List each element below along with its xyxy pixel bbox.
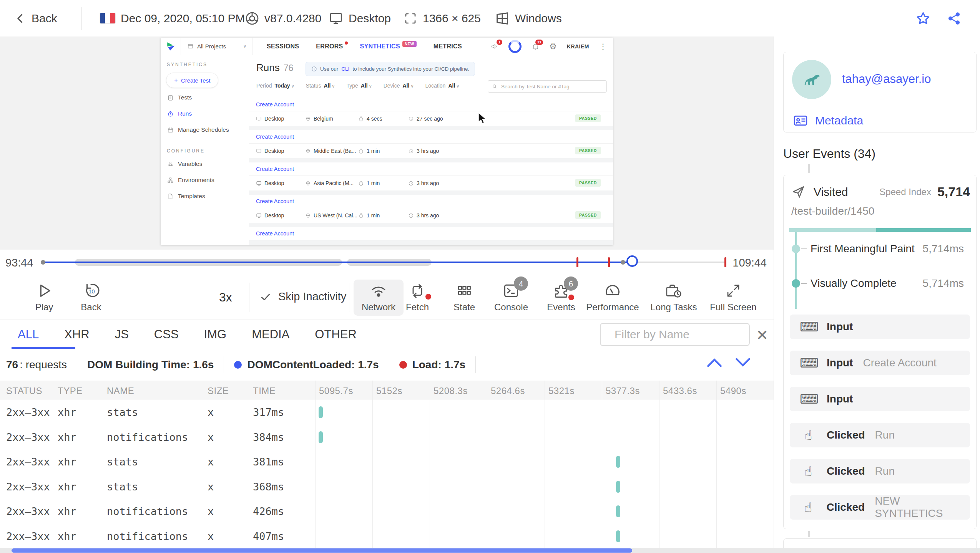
tab-all[interactable]: ALL <box>18 328 39 341</box>
windows-icon <box>495 11 510 26</box>
visited-url[interactable]: /test-builder/1450 <box>791 205 874 217</box>
scrollbar-thumb[interactable] <box>12 548 632 553</box>
announcements-button[interactable]: 1 <box>491 43 498 50</box>
event-item-input[interactable]: ⌨ Input <box>790 387 970 411</box>
fetch-panel-button[interactable]: Fetch <box>393 280 442 316</box>
request-row[interactable]: 2xx–3xx xhr notifications x 426ms <box>0 499 774 524</box>
request-row[interactable]: 2xx–3xx xhr stats x 368ms <box>0 474 774 499</box>
run-row[interactable]: Desktop US West (N. Cal... 1 min 3 hrs a… <box>249 208 613 223</box>
run-name-link[interactable]: Create Account <box>249 130 613 144</box>
performance-panel-button[interactable]: Performance <box>582 280 643 316</box>
user-menu[interactable]: KRAIEM <box>567 43 589 50</box>
stopwatch-icon <box>358 180 364 186</box>
long-tasks-panel-button[interactable]: Long Tasks <box>645 280 703 316</box>
replay-stage: All Projects ∨ SESSIONS ERRORS SYNTHETIC… <box>0 36 774 250</box>
test-search-box <box>488 80 607 93</box>
cli-link[interactable]: CLI <box>341 66 349 72</box>
total-time: 109:44 <box>733 257 767 269</box>
dom-content-loaded-stat: DOMContentLoaded: 1.7s <box>224 356 389 373</box>
sidebar-item-environments[interactable]: Environments <box>161 172 248 188</box>
state-grid-icon <box>456 283 472 299</box>
tab-errors[interactable]: ERRORS <box>316 43 343 50</box>
run-row[interactable]: Desktop Asia Pacific (M... 1 min 3 hrs a… <box>249 176 613 190</box>
events-panel-button[interactable]: 6 Events <box>537 280 586 316</box>
tab-xhr[interactable]: XHR <box>64 328 89 341</box>
close-panel-button[interactable]: ✕ <box>756 327 768 344</box>
jump-previous-button[interactable] <box>706 358 723 368</box>
sidebar-item-variables[interactable]: Variables <box>161 156 248 172</box>
tab-metrics[interactable]: METRICS <box>434 43 462 50</box>
create-test-button[interactable]: +Create Test <box>166 73 218 88</box>
filter-device[interactable]: DeviceAll∨ <box>384 83 414 89</box>
france-flag-icon <box>100 13 115 23</box>
run-row[interactable]: Desktop Middle East (Ba... 1 min 3 hrs a… <box>249 144 613 158</box>
play-button[interactable]: Play <box>17 280 71 316</box>
event-item-click[interactable]: ☝ Clicked Run <box>790 459 970 483</box>
state-panel-button[interactable]: State <box>441 280 487 316</box>
id-card-icon <box>793 113 808 128</box>
run-row[interactable]: Desktop Belgium 4 secs 27 sec ago PASSED <box>249 111 613 126</box>
event-marker-dot <box>621 260 625 265</box>
sidebar-item-tests[interactable]: Tests <box>161 89 248 106</box>
run-group: Create Account Desktop Asia Pacific (M..… <box>249 162 613 190</box>
jump-next-button[interactable] <box>734 358 751 368</box>
tab-img[interactable]: IMG <box>204 328 227 341</box>
filter-status[interactable]: StatusAll∨ <box>306 83 335 89</box>
run-name-link[interactable]: Create Account <box>249 98 613 111</box>
back-button[interactable]: Back <box>15 0 57 36</box>
event-item-click[interactable]: ☝ Clicked NEW SYNTHETICS <box>790 495 970 520</box>
filter-location[interactable]: LocationAll∨ <box>425 83 459 89</box>
tracker-logo-icon <box>166 41 176 51</box>
tab-css[interactable]: CSS <box>154 328 179 341</box>
star-icon <box>915 11 931 26</box>
event-item-input[interactable]: ⌨ Input <box>790 315 970 339</box>
sidebar-item-runs[interactable]: Runs <box>161 106 248 122</box>
favorite-button[interactable] <box>915 0 931 36</box>
test-search-input[interactable] <box>500 83 603 90</box>
tab-media[interactable]: MEDIA <box>252 328 289 341</box>
tab-js[interactable]: JS <box>115 328 129 341</box>
skip-inactivity-toggle[interactable]: Skip Inactivity <box>260 290 346 303</box>
settings-button[interactable]: ⚙ <box>549 41 557 51</box>
notifications-button[interactable]: 33 <box>532 43 539 50</box>
stopwatch-icon <box>358 213 364 219</box>
location-pin-icon <box>305 116 311 122</box>
back-10-seconds-button[interactable]: 10 Back <box>64 280 118 316</box>
tab-sessions[interactable]: SESSIONS <box>267 43 299 50</box>
event-item-input[interactable]: ⌨ Input Create Account <box>790 351 970 375</box>
console-panel-button[interactable]: 4 Console <box>485 280 537 316</box>
run-name-link[interactable]: Create Account <box>249 162 613 176</box>
timeline-track[interactable] <box>42 262 726 263</box>
tab-other[interactable]: OTHER <box>315 328 357 341</box>
sidebar-item-manage-schedules[interactable]: Manage Schedules <box>161 122 248 138</box>
divider <box>167 141 242 141</box>
request-row[interactable]: 2xx–3xx xhr notifications x 407ms <box>0 524 774 549</box>
file-icon <box>167 193 174 200</box>
event-item-click[interactable]: ☝ Clicked Run <box>790 423 970 447</box>
timeline-scrubber-knob[interactable] <box>626 255 638 267</box>
request-row[interactable]: 2xx–3xx xhr stats x 317ms <box>0 400 774 425</box>
sidebar-item-templates[interactable]: Templates <box>161 188 248 204</box>
user-email-link[interactable]: tahay@asayer.io <box>842 72 931 86</box>
tab-synthetics[interactable]: SYNTHETICSNEW <box>360 43 417 50</box>
filter-by-name-input[interactable] <box>614 328 764 341</box>
project-selector[interactable]: All Projects ∨ <box>181 38 253 55</box>
playback-speed-button[interactable]: 3x <box>219 290 232 305</box>
kebab-menu[interactable]: ⋮ <box>599 42 607 51</box>
share-button[interactable] <box>947 0 962 36</box>
full-screen-button[interactable]: Full Screen <box>703 280 764 316</box>
filter-type[interactable]: TypeAll∨ <box>346 83 372 89</box>
run-name-link[interactable]: Create Account <box>249 195 613 208</box>
request-row[interactable]: 2xx–3xx xhr stats x 381ms <box>0 449 774 474</box>
time-tick: 5152s <box>376 386 402 396</box>
speed-index-label: Speed Index <box>879 187 931 197</box>
run-name-link[interactable]: Create Account <box>249 227 613 240</box>
chevron-down-icon: ∨ <box>332 84 335 88</box>
clock-icon <box>408 116 414 122</box>
metadata-button[interactable]: Metadata <box>793 113 863 128</box>
request-row[interactable]: 2xx–3xx xhr notifications x 384ms <box>0 425 774 450</box>
keyboard-icon: ⌨ <box>800 355 817 371</box>
section-synthetics: SYNTHETICS <box>167 62 248 67</box>
filter-period[interactable]: PeriodToday∨ <box>256 83 294 89</box>
stopwatch-icon <box>358 148 364 154</box>
